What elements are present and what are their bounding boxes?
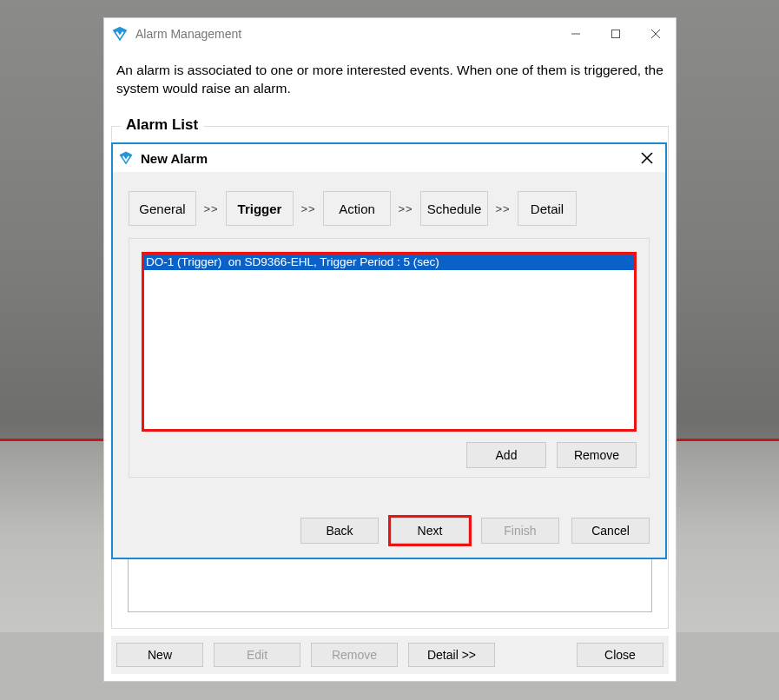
step-sep: >> xyxy=(196,202,226,215)
list-item[interactable]: DO-1 (Trigger) on SD9366-EHL, Trigger Pe… xyxy=(142,253,636,270)
step-sep: >> xyxy=(391,202,420,215)
wizard-button-bar: Back Next Finish Cancel xyxy=(113,518,665,544)
remove-trigger-button[interactable]: Remove xyxy=(557,442,637,468)
detail-button[interactable]: Detail >> xyxy=(408,643,495,667)
finish-button: Finish xyxy=(481,518,559,544)
app-logo-icon xyxy=(111,25,129,43)
minimize-button[interactable] xyxy=(556,18,596,50)
trigger-list[interactable]: DO-1 (Trigger) on SD9366-EHL, Trigger Pe… xyxy=(142,252,637,432)
alarm-list-legend: Alarm List xyxy=(121,116,203,134)
step-general[interactable]: General xyxy=(129,191,196,226)
edit-button: Edit xyxy=(214,643,300,667)
bottom-button-bar: New Edit Remove Detail >> Close xyxy=(111,636,669,674)
maximize-button[interactable] xyxy=(596,18,636,50)
dialog-titlebar: New Alarm xyxy=(113,144,665,172)
back-button[interactable]: Back xyxy=(300,518,379,544)
remove-button: Remove xyxy=(311,643,398,667)
cancel-button[interactable]: Cancel xyxy=(571,518,650,544)
step-detail[interactable]: Detail xyxy=(518,191,577,226)
app-logo-icon xyxy=(118,150,134,166)
trigger-content-group: DO-1 (Trigger) on SD9366-EHL, Trigger Pe… xyxy=(129,238,650,478)
wizard-steps: General >> Trigger >> Action >> Schedule… xyxy=(113,172,665,234)
step-sep: >> xyxy=(294,202,323,215)
step-trigger[interactable]: Trigger xyxy=(226,191,294,226)
next-button[interactable]: Next xyxy=(391,518,469,544)
description-text: An alarm is associated to one or more in… xyxy=(104,50,676,107)
step-sep: >> xyxy=(488,202,518,215)
add-button[interactable]: Add xyxy=(466,442,546,468)
new-alarm-dialog: New Alarm General >> Trigger >> Action >… xyxy=(111,142,667,559)
dialog-close-button[interactable] xyxy=(629,152,665,164)
titlebar: Alarm Management xyxy=(104,18,676,50)
dialog-title: New Alarm xyxy=(141,151,629,166)
step-schedule[interactable]: Schedule xyxy=(420,191,488,226)
step-action[interactable]: Action xyxy=(323,191,391,226)
svg-rect-1 xyxy=(612,30,620,38)
close-button[interactable] xyxy=(636,18,676,50)
window-title: Alarm Management xyxy=(135,27,556,41)
new-button[interactable]: New xyxy=(116,643,203,667)
close-window-button[interactable]: Close xyxy=(577,643,663,667)
